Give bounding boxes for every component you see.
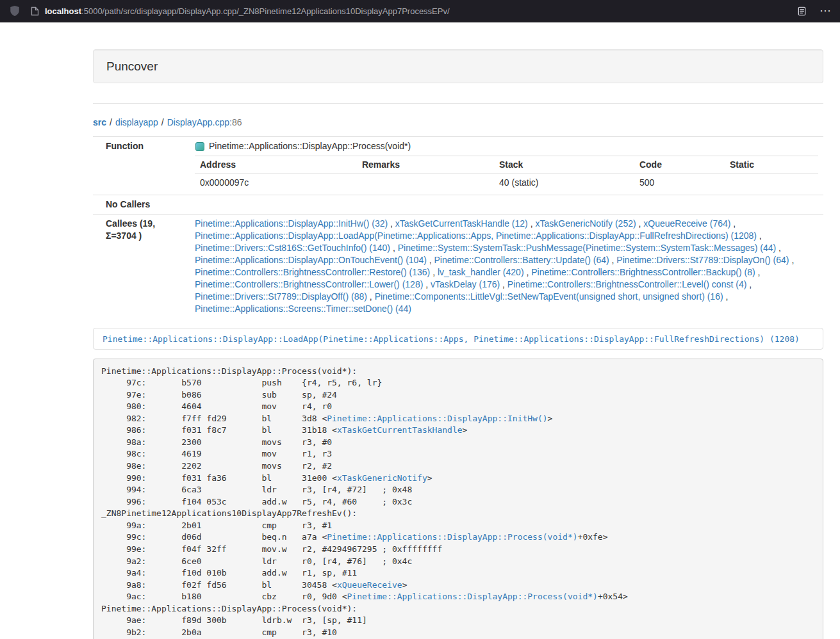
callee-link[interactable]: Pinetime::Applications::DisplayApp::Init…	[195, 218, 388, 229]
function-stats-table: Address Remarks Stack Code Static 0x0000…	[195, 156, 818, 191]
callees-label: Callees (19, Σ=3704 )	[93, 214, 186, 319]
code-symbol-link[interactable]: xTaskGenericNotify	[337, 473, 427, 483]
shield-icon[interactable]	[9, 5, 21, 17]
col-remarks: Remarks	[357, 156, 494, 174]
more-menu-icon[interactable]: ⋯	[819, 5, 831, 17]
breadcrumb-src[interactable]: src	[93, 117, 106, 127]
callee-link[interactable]: Pinetime::Drivers::Cst816S::GetTouchInfo…	[195, 243, 390, 253]
code-symbol-link[interactable]: xTaskGetCurrentTaskHandle	[337, 425, 463, 435]
function-row: Function Pinetime::Applications::Display…	[93, 137, 823, 195]
callee-link[interactable]: Pinetime::System::SystemTask::PushMessag…	[398, 243, 777, 253]
page-content: Puncover src/displayapp/DisplayApp.cpp:8…	[0, 22, 840, 639]
callee-link[interactable]: xTaskGetCurrentTaskHandle (12)	[395, 218, 528, 229]
url-path: :5000/path/src/displayapp/DisplayApp.cpp…	[81, 6, 450, 16]
callee-link[interactable]: Pinetime::Components::LittleVgl::SetNewT…	[375, 291, 723, 302]
col-static: Static	[725, 156, 818, 174]
content-container: Puncover src/displayapp/DisplayApp.cpp:8…	[93, 49, 823, 639]
callee-link[interactable]: Pinetime::Applications::Screens::Timer::…	[195, 303, 411, 314]
code-symbol-link[interactable]: Pinetime::Applications::DisplayApp::Init…	[327, 414, 547, 423]
function-label: Function	[93, 137, 186, 195]
callees-row: Callees (19, Σ=3704 ) Pinetime::Applicat…	[93, 214, 823, 319]
no-callers-row: No Callers	[93, 195, 823, 214]
function-name-line: Pinetime::Applications::DisplayApp::Proc…	[195, 140, 818, 152]
callee-link[interactable]: xTaskGenericNotify (252)	[535, 218, 636, 229]
highlighted-callee-link[interactable]: Pinetime::Applications::DisplayApp::Load…	[103, 334, 800, 344]
url-bar[interactable]: localhost:5000/path/src/displayapp/Displ…	[31, 6, 787, 16]
line-number: 86	[232, 117, 242, 127]
disassembly-code: Pinetime::Applications::DisplayApp::Proc…	[93, 359, 823, 639]
callee-link[interactable]: Pinetime::Applications::DisplayApp::Load…	[195, 231, 757, 241]
breadcrumb-separator: /	[161, 117, 164, 127]
col-stack: Stack	[494, 156, 634, 174]
callee-link[interactable]: lv_task_handler (420)	[438, 267, 524, 277]
browser-toolbar: localhost:5000/path/src/displayapp/Displ…	[0, 0, 840, 22]
no-callers-cell	[186, 195, 823, 214]
app-title: Puncover	[106, 59, 810, 74]
no-callers-label: No Callers	[93, 195, 186, 214]
col-code: Code	[634, 156, 725, 174]
stats-value-row: 0x0000097c 40 (static) 500	[195, 174, 818, 192]
url-host: localhost	[45, 6, 81, 16]
callees-list: Pinetime::Applications::DisplayApp::Init…	[186, 214, 823, 319]
value-address: 0x0000097c	[195, 174, 357, 192]
callee-link[interactable]: Pinetime::Controllers::BrightnessControl…	[195, 267, 430, 277]
stats-header-row: Address Remarks Stack Code Static	[195, 156, 818, 174]
value-static	[725, 174, 818, 192]
callee-link[interactable]: Pinetime::Controllers::BrightnessControl…	[195, 279, 423, 289]
page-icon	[31, 6, 39, 16]
highlighted-callee-box: Pinetime::Applications::DisplayApp::Load…	[93, 328, 823, 350]
callee-link[interactable]: Pinetime::Controllers::BrightnessControl…	[531, 267, 755, 277]
function-table: Function Pinetime::Applications::Display…	[93, 136, 823, 318]
code-symbol-link[interactable]: Pinetime::Applications::DisplayApp::Proc…	[327, 532, 577, 542]
callee-link[interactable]: Pinetime::Applications::DisplayApp::OnTo…	[195, 255, 427, 265]
value-stack: 40 (static)	[494, 174, 634, 192]
col-address: Address	[195, 156, 357, 174]
toolbar-actions: ⋯	[797, 5, 831, 17]
code-symbol-link[interactable]: xQueueReceive	[337, 580, 402, 590]
value-remarks	[357, 174, 494, 192]
breadcrumb-separator: /	[110, 117, 112, 127]
callee-link[interactable]: Pinetime::Drivers::St7789::DisplayOff() …	[195, 291, 367, 302]
callee-link[interactable]: xQueueReceive (764)	[643, 218, 730, 229]
divider	[93, 103, 823, 104]
callee-link[interactable]: Pinetime::Controllers::BrightnessControl…	[507, 279, 746, 289]
code-symbol-link[interactable]: Pinetime::Applications::DisplayApp::Proc…	[347, 592, 598, 601]
reader-view-icon[interactable]	[797, 6, 807, 16]
callee-link[interactable]: Pinetime::Drivers::St7789::DisplayOn() (…	[616, 255, 789, 265]
function-icon	[195, 142, 205, 152]
function-name: Pinetime::Applications::DisplayApp::Proc…	[209, 140, 411, 152]
breadcrumb: src/displayapp/DisplayApp.cpp:86	[93, 116, 823, 129]
value-code: 500	[634, 174, 725, 192]
callee-link[interactable]: vTaskDelay (176)	[431, 279, 500, 289]
breadcrumb-displayapp[interactable]: displayapp	[115, 117, 158, 127]
breadcrumb-file[interactable]: DisplayApp.cpp:	[167, 117, 232, 127]
callee-link[interactable]: Pinetime::Controllers::Battery::Update()…	[434, 255, 609, 265]
app-header-panel: Puncover	[93, 49, 823, 83]
